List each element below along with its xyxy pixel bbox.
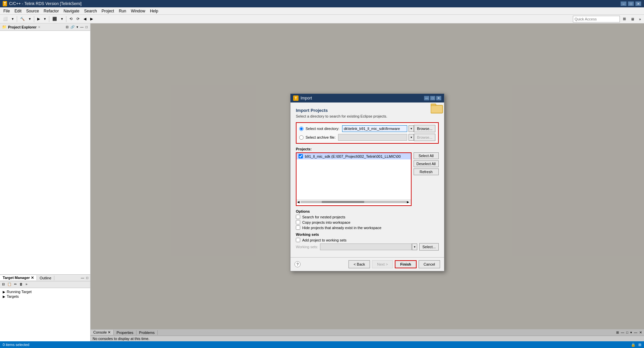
root-dir-label: Select root directory: (306, 127, 339, 131)
deselect-all-button[interactable]: Deselect All (414, 160, 439, 167)
select-all-button[interactable]: Select All (414, 152, 439, 159)
panel-minimize-icon[interactable]: — (79, 25, 84, 29)
dialog-title-icon: T (293, 95, 299, 101)
toolbar-view-btn[interactable]: 🖥 (629, 15, 636, 23)
link-icon[interactable]: 🔗 (70, 25, 75, 29)
quick-access-input[interactable] (573, 16, 620, 22)
root-dir-input[interactable] (342, 125, 407, 132)
toolbar-btn-8[interactable]: ▾ (59, 15, 65, 23)
panel-menu-icon[interactable]: ▾ (76, 25, 79, 29)
target-icon-2[interactable]: 📋 (7, 282, 12, 287)
menu-run[interactable]: Run (117, 8, 128, 14)
target-icon-4[interactable]: 🗑 (19, 282, 23, 287)
menu-edit[interactable]: Edit (12, 8, 23, 14)
cancel-button[interactable]: Cancel (419, 260, 440, 268)
right-area: Console ✕ Properties Problems ⊞ — □ ▾ — … (91, 23, 644, 341)
root-dir-dropdown[interactable]: ▾ (409, 125, 414, 132)
browse-root-button[interactable]: Browse... (414, 125, 435, 132)
status-bar: 0 items selected 🔒 ⊞ (0, 341, 644, 348)
project-checkbox[interactable] (299, 154, 303, 158)
dialog-footer: ? < Back Next > Finish Cancel (290, 257, 444, 271)
working-sets-field-label: Working sets: (296, 245, 318, 249)
status-icon-2: ⊞ (638, 343, 641, 347)
browse-archive-button[interactable]: Browse... (414, 134, 435, 141)
status-icon-1: 🔒 (631, 343, 636, 347)
menu-source[interactable]: Source (24, 8, 41, 14)
target-icon-3[interactable]: ✏ (13, 282, 17, 287)
maximize-button[interactable]: □ (628, 1, 634, 6)
scroll-left-btn[interactable]: ◀ (297, 200, 301, 204)
bottom-panel-maximize[interactable]: □ (86, 276, 89, 280)
toolbar-btn-5[interactable]: ▶ (36, 15, 42, 23)
option-2-checkbox[interactable] (296, 220, 300, 224)
option-3-row: Hide projects that already exist in the … (296, 225, 439, 230)
tab-outline[interactable]: Outline (37, 276, 54, 280)
tree-item-targets[interactable]: ▶ Targets (1, 294, 89, 299)
modal-overlay: T Import — □ ✕ (91, 23, 644, 341)
archive-dropdown[interactable]: ▾ (409, 134, 414, 141)
main-layout: 📁 Project Explorer ✕ ⊟ 🔗 ▾ — □ Target Ma… (0, 23, 644, 341)
dialog-close-btn[interactable]: ✕ (436, 96, 441, 100)
menu-bar: File Edit Source Refactor Navigate Searc… (0, 7, 644, 15)
project-explorer-content (0, 31, 90, 274)
toolbar-btn-3[interactable]: 🔨 (18, 15, 26, 23)
menu-project[interactable]: Project (100, 8, 116, 14)
close-button[interactable]: ✕ (635, 1, 641, 6)
menu-file[interactable]: File (1, 8, 12, 14)
toolbar-layout-btn[interactable]: ⊞ (621, 15, 628, 23)
next-button[interactable]: Next > (372, 260, 393, 268)
root-dir-row: Select root directory: ▾ Browse... (299, 125, 435, 132)
panel-maximize-icon[interactable]: □ (85, 25, 88, 29)
project-item-label: b91_ll_mic_sdk (E:\007_Project\002_Telin… (305, 154, 401, 158)
add-to-working-sets-checkbox[interactable] (296, 238, 300, 242)
menu-window[interactable]: Window (129, 8, 147, 14)
toolbar-btn-6[interactable]: ▾ (42, 15, 48, 23)
toolbar-btn-back[interactable]: ◀ (82, 15, 88, 23)
toolbar-btn-2[interactable]: ▾ (10, 15, 15, 23)
bottom-tabs: Target Manager ✕ Outline — □ (0, 275, 90, 281)
refresh-button[interactable]: Refresh (414, 168, 439, 175)
option-3-checkbox[interactable] (296, 225, 300, 230)
toolbar-btn-10[interactable]: ⟳ (75, 15, 81, 23)
target-icon-more[interactable]: » (25, 282, 28, 287)
menu-help[interactable]: Help (148, 8, 160, 14)
menu-refactor[interactable]: Refactor (42, 8, 61, 14)
back-button[interactable]: < Back (348, 260, 370, 268)
bottom-panel-minimize[interactable]: — (80, 276, 85, 280)
root-dir-radio[interactable] (299, 127, 304, 131)
tree-item-running-targets[interactable]: ▶ Running Target (1, 289, 89, 294)
help-button[interactable]: ? (294, 261, 301, 267)
archive-input[interactable] (338, 134, 407, 141)
menu-navigate[interactable]: Navigate (61, 8, 81, 14)
option-1-row: Search for nested projects (296, 215, 439, 219)
toolbar: ⬜ ▾ 🔨 ▾ ▶ ▾ ⬛ ▾ ⟲ ⟳ ◀ ▶ ⊞ 🖥 » (0, 15, 644, 23)
project-list-item[interactable]: b91_ll_mic_sdk (E:\007_Project\002_Telin… (297, 153, 411, 159)
tree-arrow-2: ▶ (3, 295, 5, 298)
finish-button[interactable]: Finish (395, 260, 416, 268)
scroll-right-btn[interactable]: ▶ (407, 200, 410, 204)
toolbar-btn-forward[interactable]: ▶ (89, 15, 95, 23)
status-right: 🔒 ⊞ (631, 343, 641, 347)
target-manager-content: ▶ Running Target ▶ Targets (0, 288, 90, 341)
archive-radio[interactable] (299, 135, 304, 140)
select-ws-button[interactable]: Select... (419, 243, 439, 251)
toolbar-btn-4[interactable]: ▾ (27, 15, 33, 23)
dialog-maximize-btn[interactable]: □ (430, 96, 435, 100)
menu-search[interactable]: Search (82, 8, 99, 14)
scroll-track[interactable] (301, 201, 407, 203)
toolbar-more-btn[interactable]: » (637, 15, 643, 23)
option-1-checkbox[interactable] (296, 215, 300, 219)
tab-target-manager[interactable]: Target Manager ✕ (0, 275, 37, 280)
minimize-button[interactable]: – (621, 1, 627, 6)
dialog-folder-icon-area (431, 102, 444, 115)
toolbar-btn-7[interactable]: ⬛ (51, 15, 59, 23)
toolbar-btn-9[interactable]: ⟲ (68, 15, 74, 23)
collapse-icon[interactable]: ⊟ (65, 25, 69, 29)
toolbar-btn-1[interactable]: ⬜ (1, 15, 9, 23)
target-icon-1[interactable]: ⊟ (1, 282, 5, 287)
svg-rect-1 (431, 104, 436, 106)
projects-list: b91_ll_mic_sdk (E:\007_Project\002_Telin… (296, 152, 412, 206)
project-explorer-header: 📁 Project Explorer ✕ ⊟ 🔗 ▾ — □ (0, 23, 90, 31)
dialog-minimize-btn[interactable]: — (424, 96, 429, 100)
dialog-heading: Import Projects (296, 108, 439, 113)
